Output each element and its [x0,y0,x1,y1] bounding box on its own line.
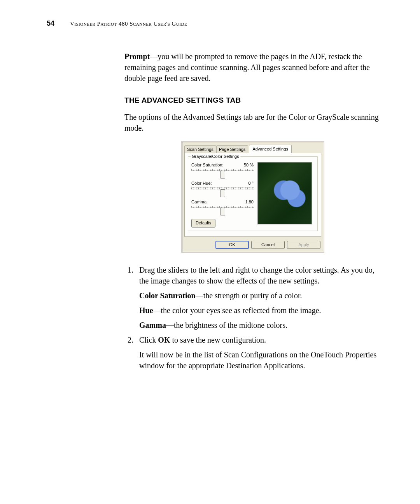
saturation-label: Color Saturation: [191,162,224,168]
gamma-term: Gamma [139,321,166,329]
hue-slider[interactable] [191,187,254,195]
groupbox-label: Grayscale/Color Settings [191,154,240,159]
saturation-slider[interactable] [191,169,254,177]
gamma-desc: —the brightness of the midtone colors. [166,321,287,329]
gamma-definition: Gamma—the brightness of the midtone colo… [139,320,381,331]
prompt-text: —you will be prompted to remove the page… [124,52,370,82]
tab-scan-settings[interactable]: Scan Settings [184,145,216,153]
hue-desc: —the color your eyes see as reflected fr… [153,306,321,315]
saturation-head: Color Saturation: 50 % [191,162,254,168]
hue-value: 0 ° [248,180,254,186]
flower-preview-image [257,162,312,224]
step1-text: Drag the sliders to the left and right t… [139,266,374,285]
gamma-slider-block: Gamma: 1.80 [191,199,254,214]
hue-term: Hue [139,306,153,315]
step2-followup: It will now be in the list of Scan Confi… [139,349,381,371]
prompt-paragraph: Prompt—you will be prompted to remove th… [124,51,381,84]
hue-head: Color Hue: 0 ° [191,180,254,186]
page-header: 54 Visioneer Patriot 480 Scanner User's … [39,19,381,28]
running-head: Visioneer Patriot 480 Scanner User's Gui… [70,21,187,27]
prompt-label: Prompt [124,52,150,61]
defaults-button[interactable]: Defaults [191,219,215,227]
page-number: 54 [39,19,54,28]
list-item: Drag the sliders to the left and right t… [135,264,381,331]
preview-column [257,162,314,228]
section-intro: The options of the Advanced Settings tab… [124,112,381,133]
body-content: Prompt—you will be prompted to remove th… [124,51,381,371]
tab-panel: Grayscale/Color Settings Color Saturatio… [184,153,321,237]
group-content: Color Saturation: 50 % [191,162,314,228]
dialog-figure: Scan Settings Page Settings Advanced Set… [124,141,381,253]
advanced-settings-dialog: Scan Settings Page Settings Advanced Set… [181,141,324,253]
hue-label: Color Hue: [191,180,212,186]
saturation-thumb[interactable] [220,171,225,178]
list-item: Click OK to save the new configuration. … [135,334,381,371]
ok-button[interactable]: OK [215,241,249,249]
tab-page-settings[interactable]: Page Settings [216,145,248,153]
instruction-list: Drag the sliders to the left and right t… [124,264,381,371]
cancel-button[interactable]: Cancel [251,241,285,249]
gamma-head: Gamma: 1.80 [191,199,254,205]
gamma-value: 1.80 [245,199,254,205]
gamma-label: Gamma: [191,199,208,205]
hue-thumb[interactable] [220,189,225,197]
step2-pre: Click [139,336,158,344]
saturation-term: Color Saturation [139,291,196,300]
gamma-slider[interactable] [191,206,254,214]
step2-post: to save the new configuration. [170,336,266,344]
saturation-desc: —the strength or purity of a color. [196,291,302,300]
gamma-thumb[interactable] [220,208,225,215]
saturation-slider-block: Color Saturation: 50 % [191,162,254,177]
saturation-value: 50 % [244,162,254,168]
tabs-row: Scan Settings Page Settings Advanced Set… [184,144,321,153]
hue-definition: Hue—the color your eyes see as reflected… [139,305,381,316]
sliders-column: Color Saturation: 50 % [191,162,254,228]
step2-ok: OK [158,336,170,344]
tab-advanced-settings[interactable]: Advanced Settings [249,145,292,153]
saturation-definition: Color Saturation—the strength or purity … [139,290,381,301]
document-page: 54 Visioneer Patriot 480 Scanner User's … [0,0,420,504]
apply-button[interactable]: Apply [287,241,320,249]
grayscale-color-groupbox: Grayscale/Color Settings Color Saturatio… [188,156,318,231]
dialog-button-row: OK Cancel Apply [183,238,323,251]
hue-slider-block: Color Hue: 0 ° [191,180,254,195]
section-heading: The Advanced Settings Tab [124,95,381,106]
